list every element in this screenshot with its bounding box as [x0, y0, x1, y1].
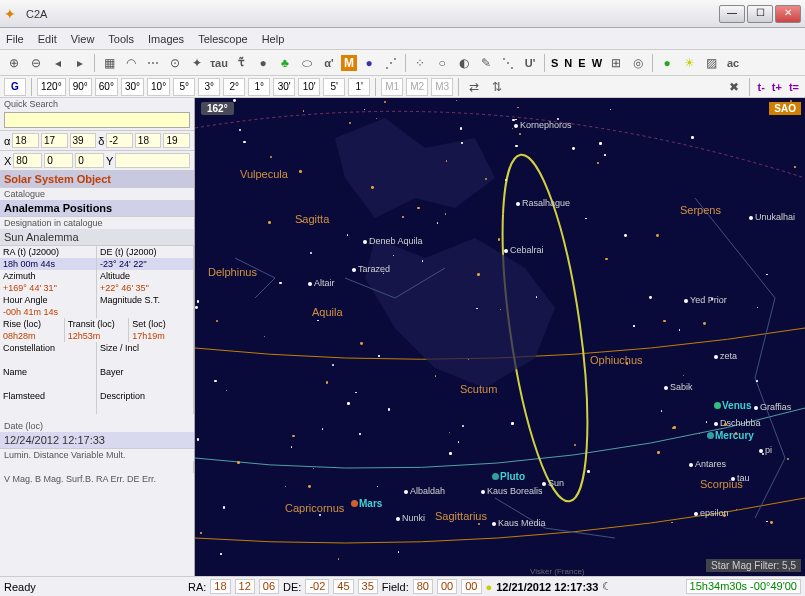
circle2-icon[interactable]: ○	[432, 53, 452, 73]
constellation-label: Capricornus	[285, 502, 344, 514]
de-label: DE (t) (J2000)	[97, 246, 194, 258]
field-5m[interactable]: 5'	[323, 78, 345, 96]
target2-icon[interactable]: ◎	[628, 53, 648, 73]
sun-analemma: Sun Analemma	[0, 229, 194, 246]
bg-star	[200, 532, 201, 533]
g-button[interactable]: G	[4, 78, 26, 96]
field-1m[interactable]: 1'	[348, 78, 370, 96]
u-icon[interactable]: U'	[520, 53, 540, 73]
menu-file[interactable]: File	[6, 33, 24, 45]
menu-tools[interactable]: Tools	[108, 33, 134, 45]
next-icon[interactable]: ▸	[70, 53, 90, 73]
dir-w[interactable]: W	[590, 57, 604, 69]
crosshair-icon[interactable]: ⊞	[606, 53, 626, 73]
sun-icon[interactable]: ☀	[679, 53, 699, 73]
bg-star	[291, 446, 292, 447]
bg-star	[649, 296, 652, 299]
zoom-out-icon[interactable]: ⊖	[26, 53, 46, 73]
tree-icon[interactable]: ♣	[275, 53, 295, 73]
arc-icon[interactable]: ◠	[121, 53, 141, 73]
field-120[interactable]: 120°	[37, 78, 66, 96]
dir-s[interactable]: S	[549, 57, 560, 69]
quicksearch-input[interactable]	[4, 112, 190, 128]
flip-v-icon[interactable]: ⇅	[487, 77, 507, 97]
dir-n[interactable]: N	[562, 57, 574, 69]
minimize-button[interactable]: —	[719, 5, 745, 23]
ac-icon[interactable]: ac	[723, 53, 743, 73]
field-60[interactable]: 60°	[95, 78, 118, 96]
field-10[interactable]: 10°	[147, 78, 170, 96]
m-orange-icon[interactable]: M	[341, 55, 357, 71]
close-button[interactable]: ✕	[775, 5, 801, 23]
flip-h-icon[interactable]: ⇄	[464, 77, 484, 97]
star-icon[interactable]: ✦	[187, 53, 207, 73]
mark-1[interactable]: M1	[381, 78, 403, 96]
maximize-button[interactable]: ☐	[747, 5, 773, 23]
field-10m[interactable]: 10'	[298, 78, 320, 96]
x-d[interactable]: 80	[13, 153, 42, 168]
star-label: Deneb Aquila	[369, 236, 423, 246]
sky-map[interactable]: 162° SAO VulpeculaSagittaDelphinusAquila…	[195, 98, 805, 576]
star-mag-filter: Star Mag Filter: 5,5	[706, 559, 801, 572]
oval-icon[interactable]: ⬭	[297, 53, 317, 73]
globe-icon[interactable]: ●	[359, 53, 379, 73]
star-dot	[396, 517, 400, 521]
target-icon[interactable]: ⊙	[165, 53, 185, 73]
moon-icon[interactable]: ◐	[454, 53, 474, 73]
field-90[interactable]: 90°	[69, 78, 92, 96]
mark-3[interactable]: M3	[431, 78, 453, 96]
wand-icon[interactable]: ✎	[476, 53, 496, 73]
bg-star	[794, 166, 796, 168]
x-s[interactable]: 0	[75, 153, 104, 168]
dots3-icon[interactable]: ⋱	[498, 53, 518, 73]
bg-star	[511, 422, 513, 424]
time-minus[interactable]: t-	[755, 81, 766, 93]
scatter-icon[interactable]: ⁘	[410, 53, 430, 73]
circle-icon[interactable]: ●	[253, 53, 273, 73]
menu-telescope[interactable]: Telescope	[198, 33, 248, 45]
bg-star	[626, 362, 628, 364]
mark-2[interactable]: M2	[406, 78, 428, 96]
delta-m[interactable]: 18	[135, 133, 162, 148]
dots2-icon[interactable]: ⋰	[381, 53, 401, 73]
bg-star	[672, 427, 674, 429]
tau-icon[interactable]: τau	[209, 53, 229, 73]
alpha-m[interactable]: 17	[41, 133, 68, 148]
delta-s[interactable]: 19	[163, 133, 190, 148]
bg-star	[597, 162, 599, 164]
y-field[interactable]	[115, 153, 190, 168]
bg-star	[402, 216, 404, 218]
time-plus[interactable]: t+	[770, 81, 784, 93]
svg-line-6	[735, 248, 775, 298]
menu-images[interactable]: Images	[148, 33, 184, 45]
alpha-h[interactable]: 18	[12, 133, 39, 148]
x-m[interactable]: 0	[44, 153, 73, 168]
grid-icon[interactable]: ▦	[99, 53, 119, 73]
chart-icon[interactable]: ▨	[701, 53, 721, 73]
quicksearch-label: Quick Search	[0, 98, 194, 110]
constellation-label: Delphinus	[208, 266, 257, 278]
delta-d[interactable]: -2	[106, 133, 133, 148]
field-30[interactable]: 30°	[121, 78, 144, 96]
zoom-in-icon[interactable]: ⊕	[4, 53, 24, 73]
menu-view[interactable]: View	[71, 33, 95, 45]
dir-e[interactable]: E	[576, 57, 587, 69]
tau2-icon[interactable]: τ̃	[231, 53, 251, 73]
time-eq[interactable]: t=	[787, 81, 801, 93]
prev-icon[interactable]: ◂	[48, 53, 68, 73]
field-30m[interactable]: 30'	[273, 78, 295, 96]
bg-star	[536, 296, 537, 297]
x-icon[interactable]: ✖	[724, 77, 744, 97]
field-3[interactable]: 3°	[198, 78, 220, 96]
earth-icon[interactable]: ●	[657, 53, 677, 73]
alpha-icon[interactable]: α'	[319, 53, 339, 73]
menu-help[interactable]: Help	[262, 33, 285, 45]
alpha-s[interactable]: 39	[70, 133, 97, 148]
field-1[interactable]: 1°	[248, 78, 270, 96]
menu-edit[interactable]: Edit	[38, 33, 57, 45]
dots-icon[interactable]: ⋯	[143, 53, 163, 73]
star-dot	[514, 124, 518, 128]
field-2[interactable]: 2°	[223, 78, 245, 96]
field-5[interactable]: 5°	[173, 78, 195, 96]
bg-star	[699, 433, 700, 434]
